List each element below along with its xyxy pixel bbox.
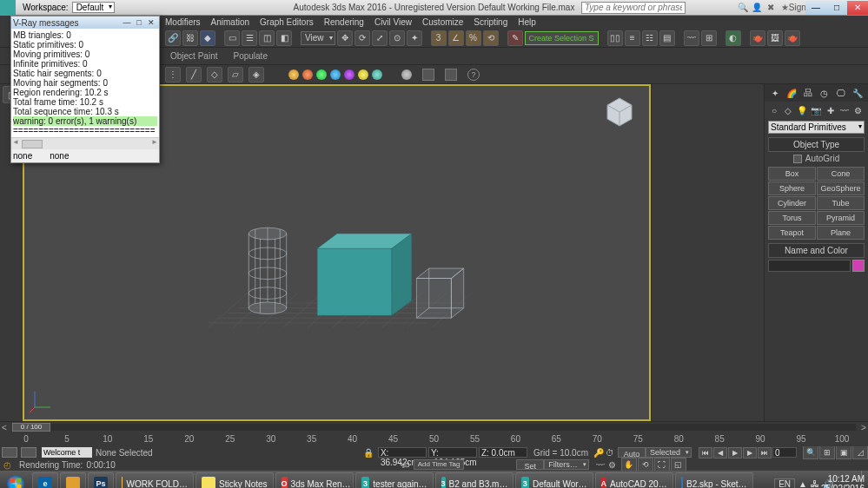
helpers-tab-icon[interactable]: ✚ (825, 104, 837, 116)
orb-icon[interactable] (358, 69, 368, 80)
keytangent-icon[interactable]: 〰 (596, 460, 605, 470)
start-button[interactable] (0, 471, 31, 488)
next-frame-icon[interactable]: ▶ (743, 447, 757, 458)
systems-tab-icon[interactable]: ⚙ (852, 104, 865, 116)
zoom-all-icon[interactable]: ⊞ (819, 445, 835, 459)
fov-icon[interactable]: ◿ (852, 445, 868, 459)
mirror-icon[interactable]: ▯▯ (607, 30, 623, 46)
minimize-button[interactable]: — (805, 1, 826, 15)
lang-indicator[interactable]: EN (774, 478, 795, 489)
menu-modifiers[interactable]: Modifiers (165, 17, 201, 27)
prim-teapot-button[interactable]: Teapot (768, 226, 816, 240)
menu-civil-view[interactable]: Civil View (374, 17, 412, 27)
object-type-rollout[interactable]: Object Type (768, 137, 865, 152)
unlink-icon[interactable]: ⛓ (182, 30, 198, 46)
taskbar-item[interactable]: 3Default Wor… (515, 472, 593, 488)
orb-icon[interactable] (288, 69, 299, 80)
autogrid-checkbox[interactable] (793, 155, 802, 163)
edit-named-sel-icon[interactable]: ✎ (507, 30, 523, 46)
zoom-extents-icon[interactable]: ▣ (836, 445, 851, 459)
named-selection-dropdown[interactable]: Create Selection S (525, 31, 599, 45)
window-crossing-icon[interactable]: ◧ (276, 30, 292, 46)
add-time-tag-button[interactable]: Add Time Tag (414, 459, 465, 470)
ribbon-object-paint[interactable]: Object Paint (165, 51, 222, 61)
poly-element-icon[interactable]: ◈ (248, 67, 264, 82)
cameras-tab-icon[interactable]: 📷 (810, 104, 822, 116)
menu-help[interactable]: Help (518, 17, 536, 27)
taskbar-item[interactable]: AAutoCAD 20… (595, 472, 673, 488)
vray-close-button[interactable]: ✕ (145, 18, 157, 27)
spinner-snap-icon[interactable]: ⟲ (483, 30, 499, 46)
prim-cylinder-button[interactable]: Cylinder (768, 196, 816, 210)
keyfilters-dropdown[interactable]: Filters… (544, 459, 589, 470)
poly-border-icon[interactable]: ◇ (207, 67, 222, 82)
lit-orb-icon[interactable] (401, 69, 412, 80)
name-color-rollout[interactable]: Name and Color (768, 243, 865, 258)
taskbar-item[interactable]: 3tester again… (355, 472, 434, 488)
search-icon[interactable]: 🔍 (738, 3, 748, 13)
timeconfig-icon[interactable]: ⏱ (606, 448, 618, 458)
coord-y-input[interactable]: Y: -164.105cm (428, 447, 477, 458)
orb-icon[interactable] (344, 69, 354, 80)
time-ruler[interactable]: 0510152025303540455055606570758085909510… (0, 432, 868, 446)
slider-left-icon[interactable]: < (0, 423, 9, 432)
time-slider-track[interactable]: 0 / 100 (12, 424, 856, 431)
ribbon-help-icon[interactable]: ? (467, 69, 480, 81)
prim-cone-button[interactable]: Cone (817, 167, 865, 181)
create-tab-icon[interactable]: ✦ (769, 87, 781, 99)
vray-scrollbar-horizontal[interactable] (11, 137, 159, 149)
workspace-dropdown[interactable]: Default (72, 2, 116, 13)
manip-icon[interactable]: ✦ (407, 30, 422, 46)
render-prod-icon[interactable]: 🫖 (785, 30, 800, 46)
autokey-button[interactable]: Auto (618, 447, 646, 458)
schematic-icon[interactable]: ⊞ (701, 30, 717, 46)
orb-icon[interactable] (302, 69, 313, 80)
time-tag-icon[interactable]: 🏷 (401, 460, 410, 470)
menu-animation[interactable]: Animation (211, 17, 249, 27)
menu-scripting[interactable]: Scripting (474, 17, 507, 27)
ribbon-box2-icon[interactable] (445, 69, 457, 81)
maximize-vp-icon[interactable]: ⛶ (654, 458, 670, 472)
exchange-icon[interactable]: ✖ (765, 3, 776, 13)
select-icon[interactable]: ▭ (224, 30, 240, 46)
hierarchy-tab-icon[interactable]: 品 (802, 87, 814, 99)
poly-poly-icon[interactable]: ▱ (228, 67, 243, 82)
slider-right-icon[interactable]: > (859, 423, 868, 432)
prim-box-button[interactable]: Box (768, 167, 816, 181)
percent-snap-icon[interactable]: % (466, 30, 481, 46)
keymode-button[interactable] (2, 447, 17, 458)
select-region-icon[interactable]: ◫ (259, 30, 275, 46)
move-icon[interactable]: ✥ (337, 30, 353, 46)
ref-coord-dropdown[interactable]: View (301, 31, 335, 45)
prim-torus-button[interactable]: Torus (768, 211, 816, 225)
rendered-frame-icon[interactable]: 🖼 (767, 30, 783, 46)
taskbar-item[interactable]: WORK FOLD… (116, 472, 194, 488)
material-editor-icon[interactable]: ◐ (726, 30, 741, 46)
timeconfig2-icon[interactable]: ⚙ (608, 460, 616, 470)
object-color-swatch[interactable] (852, 260, 865, 272)
ribbon-box-icon[interactable] (422, 69, 434, 81)
taskbar-item[interactable]: 3B2 and B3.m… (435, 472, 514, 488)
pivot-icon[interactable]: ⊙ (389, 30, 405, 46)
menu-customize[interactable]: Customize (422, 17, 463, 27)
lock-icon[interactable]: 🔒 (363, 448, 374, 458)
autokey-icon[interactable]: 🔑 (593, 448, 606, 458)
modify-tab-icon[interactable]: 🌈 (785, 87, 798, 99)
prim-sphere-button[interactable]: Sphere (768, 181, 816, 195)
shapes-tab-icon[interactable]: ◇ (782, 104, 794, 116)
close-button[interactable]: ✕ (847, 1, 868, 15)
tray-flag-icon[interactable]: ▲ (798, 479, 807, 489)
prim-tube-button[interactable]: Tube (817, 196, 865, 210)
taskbar-item[interactable]: Ps (88, 472, 114, 488)
poly-vertex-icon[interactable]: ⋮ (165, 67, 181, 82)
link-icon[interactable]: 🔗 (165, 30, 181, 46)
coord-z-input[interactable]: Z: 0.0cm (479, 447, 527, 458)
show-desktop-button[interactable] (861, 471, 868, 488)
taskbar-item[interactable]: Sticky Notes (195, 472, 274, 488)
keyfilter-selected-dropdown[interactable]: Selected (646, 447, 692, 458)
maxscript-prompt[interactable]: Welcome t (42, 447, 92, 458)
orb-icon[interactable] (372, 69, 382, 80)
taskbar-item[interactable]: e (32, 472, 58, 488)
curve-editor-icon[interactable]: 〰 (684, 30, 699, 46)
prim-geosphere-button[interactable]: GeoSphere (817, 181, 865, 195)
